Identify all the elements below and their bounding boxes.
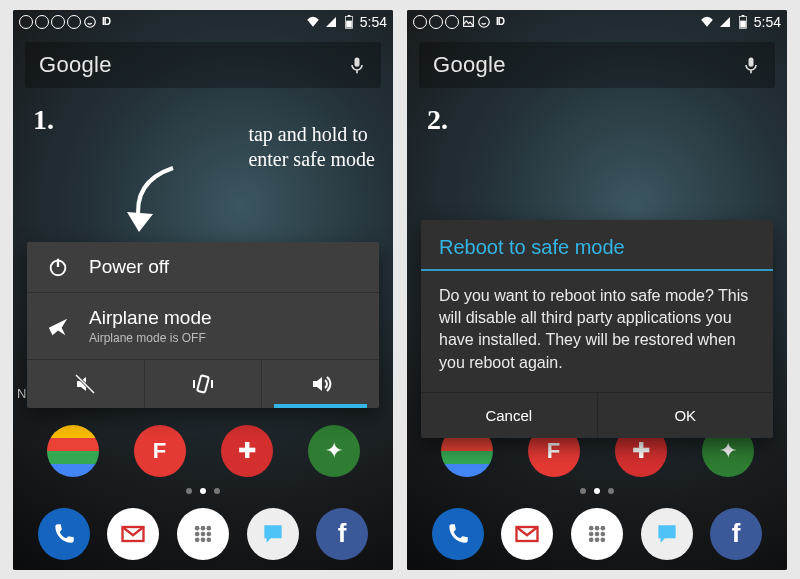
app-drawer-icon[interactable] [571, 508, 623, 560]
clock: 5:54 [360, 14, 387, 30]
svg-rect-28 [749, 57, 754, 66]
vibrate-icon [191, 372, 215, 396]
svg-rect-10 [197, 375, 209, 393]
svg-point-15 [201, 525, 206, 530]
status-bar: ID 5:54 [13, 10, 393, 34]
svg-point-0 [85, 16, 96, 27]
chat-icon [67, 15, 81, 29]
power-off-label: Power off [89, 256, 169, 278]
svg-rect-2 [347, 15, 350, 16]
wifi-icon [306, 15, 320, 29]
svg-point-21 [201, 537, 206, 542]
dialog-title: Reboot to safe mode [421, 220, 773, 269]
power-menu: Power off Airplane mode Airplane mode is… [27, 242, 379, 408]
mic-icon[interactable] [347, 55, 367, 75]
google-logo-text: Google [39, 52, 112, 78]
whatsapp-icon [477, 15, 491, 29]
svg-point-38 [595, 537, 600, 542]
id-icon: ID [493, 15, 507, 29]
sound-on-button[interactable] [261, 360, 379, 408]
notification-icons: ID [19, 15, 113, 29]
google-search-bar[interactable]: Google [419, 42, 775, 88]
airplane-mode-label: Airplane mode [89, 307, 212, 329]
svg-point-37 [589, 537, 594, 542]
hint-text: tap and hold to enter safe mode [248, 122, 375, 172]
dialog-divider [421, 269, 773, 271]
gmail-icon[interactable] [501, 508, 553, 560]
svg-point-14 [195, 525, 200, 530]
sound-mode-row [27, 360, 379, 408]
clock: 5:54 [754, 14, 781, 30]
svg-point-22 [206, 537, 211, 542]
svg-point-24 [479, 16, 490, 27]
facebook-icon[interactable]: f [710, 508, 762, 560]
step-number-1: 1. [33, 104, 54, 136]
phone-icon[interactable] [38, 508, 90, 560]
app-drawer-icon[interactable] [177, 508, 229, 560]
mic-icon[interactable] [741, 55, 761, 75]
chat-icon [19, 15, 33, 29]
facebook-icon[interactable]: f [316, 508, 368, 560]
svg-point-31 [589, 525, 594, 530]
google-search-bar[interactable]: Google [25, 42, 381, 88]
svg-point-18 [201, 531, 206, 536]
svg-point-16 [206, 525, 211, 530]
signal-icon [718, 15, 732, 29]
phone-icon[interactable] [432, 508, 484, 560]
silent-icon [73, 372, 97, 396]
svg-point-36 [600, 531, 605, 536]
svg-point-34 [589, 531, 594, 536]
chat-icon [429, 15, 443, 29]
svg-rect-4 [355, 57, 360, 66]
status-bar: ID 5:54 [407, 10, 787, 34]
flipboard-icon[interactable]: F [134, 425, 186, 477]
dock: f [13, 508, 393, 560]
gmail-icon[interactable] [107, 508, 159, 560]
ok-button[interactable]: OK [597, 393, 774, 438]
airplane-mode-item[interactable]: Airplane mode Airplane mode is OFF [27, 293, 379, 360]
chrome-icon[interactable] [47, 425, 99, 477]
svg-point-20 [195, 537, 200, 542]
dock: f [407, 508, 787, 560]
id-icon: ID [99, 15, 113, 29]
svg-rect-27 [740, 20, 746, 27]
chat-icon [51, 15, 65, 29]
notification-icons: ID [413, 15, 507, 29]
chat-icon [35, 15, 49, 29]
battery-icon [736, 15, 750, 29]
dialog-button-row: Cancel OK [421, 392, 773, 438]
app-icon[interactable]: ✚ [221, 425, 273, 477]
power-icon [43, 256, 73, 278]
page-indicator [407, 488, 787, 494]
tutorial-canvas: ID 5:54 Google 1. ta [0, 0, 800, 579]
airplane-icon [43, 315, 73, 337]
image-icon [461, 15, 475, 29]
safe-mode-dialog: Reboot to safe mode Do you want to reboo… [421, 220, 773, 439]
signal-icon [324, 15, 338, 29]
active-indicator [274, 404, 367, 408]
airplane-mode-sub: Airplane mode is OFF [89, 331, 212, 345]
svg-rect-3 [346, 20, 352, 27]
svg-point-17 [195, 531, 200, 536]
google-logo-text: Google [433, 52, 506, 78]
evernote-icon[interactable]: ✦ [308, 425, 360, 477]
messenger-icon[interactable] [247, 508, 299, 560]
svg-point-32 [595, 525, 600, 530]
chat-icon [413, 15, 427, 29]
messenger-icon[interactable] [641, 508, 693, 560]
power-off-item[interactable]: Power off [27, 242, 379, 293]
phone-screen-2: ID 5:54 Google 2. Reboot to safe mode Do… [407, 10, 787, 570]
cancel-button[interactable]: Cancel [421, 393, 597, 438]
phone-screen-1: ID 5:54 Google 1. ta [13, 10, 393, 570]
battery-icon [342, 15, 356, 29]
svg-rect-26 [741, 15, 744, 16]
app-row: F ✚ ✦ [13, 425, 393, 477]
whatsapp-icon [83, 15, 97, 29]
page-indicator [13, 488, 393, 494]
arrow-icon [113, 160, 183, 240]
vibrate-button[interactable] [144, 360, 262, 408]
step-number-2: 2. [427, 104, 448, 136]
speaker-icon [309, 372, 333, 396]
silent-button[interactable] [27, 360, 144, 408]
svg-point-19 [206, 531, 211, 536]
